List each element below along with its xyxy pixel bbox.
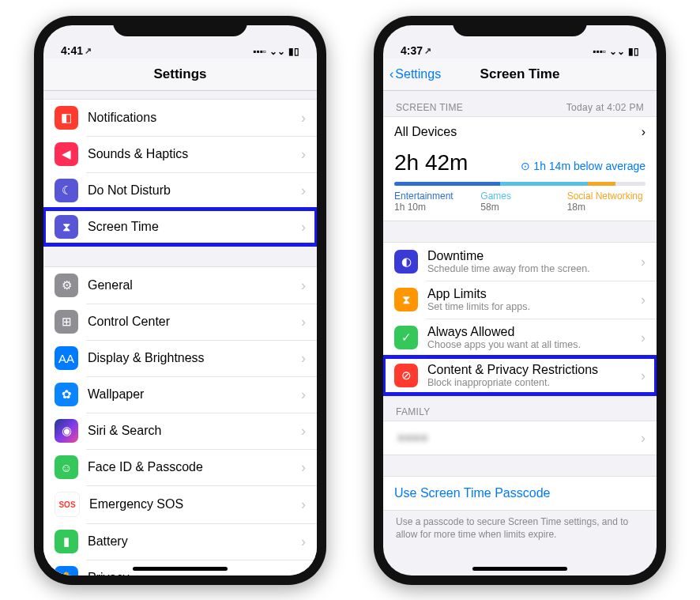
chevron-right-icon: › (301, 496, 306, 513)
row-labels: Siri & Search (88, 424, 296, 438)
settings-row[interactable]: ☺︎Face ID & Passcode› (43, 449, 317, 485)
battery-icon: ▮▯ (288, 46, 299, 57)
row-labels: Face ID & Passcode (88, 460, 296, 474)
summary-device-row[interactable]: All Devices › (383, 117, 657, 147)
settings-row[interactable]: ◧Notifications› (43, 100, 317, 136)
settings-row[interactable]: ⧗App LimitsSet time limits for apps.› (383, 281, 657, 319)
nav-back-button[interactable]: ‹ Settings (390, 58, 441, 90)
settings-content[interactable]: ◧Notifications›◀︎Sounds & Haptics›☾Do No… (43, 91, 317, 575)
location-arrow-icon: ↗ (424, 46, 431, 56)
chevron-right-icon: › (301, 459, 306, 476)
settings-row[interactable]: ✓Always AllowedChoose apps you want at a… (383, 319, 657, 357)
row-labels: Display & Brightness (88, 351, 296, 365)
chevron-right-icon: › (641, 292, 645, 308)
passcode-footer-note: Use a passcode to secure Screen Time set… (383, 511, 657, 541)
settings-row[interactable]: ◉Siri & Search› (43, 413, 317, 449)
settings-row[interactable]: ⊘Content & Privacy RestrictionsBlock ina… (383, 357, 657, 394)
family-member-row[interactable]: ■■■■ › (383, 421, 657, 455)
usage-category-name: Entertainment (394, 191, 472, 202)
row-label: Do Not Disturb (88, 183, 296, 198)
usage-category: Social Networking18m (567, 191, 645, 213)
chevron-right-icon: › (641, 330, 645, 346)
usage-category: Games58m (480, 191, 559, 213)
sos-icon: SOS (55, 492, 80, 517)
settings-row[interactable]: AADisplay & Brightness› (43, 340, 317, 376)
battery-icon: ▮▯ (628, 46, 639, 57)
settings-row[interactable]: SOSEmergency SOS› (43, 485, 317, 523)
row-labels: Screen Time (88, 220, 296, 234)
home-indicator[interactable] (133, 567, 228, 571)
family-group: ■■■■ › (383, 421, 657, 455)
settings-row[interactable]: ⚙︎General› (43, 267, 317, 304)
usage-bar (394, 182, 645, 186)
settings-group-1: ◧Notifications›◀︎Sounds & Haptics›☾Do No… (43, 99, 317, 246)
family-header: Family (383, 395, 657, 421)
downtime-icon: ◐ (394, 250, 418, 274)
wifi-icon: ⌄⌄ (609, 46, 625, 57)
nav-back-label: Settings (395, 67, 441, 81)
row-label: Battery (88, 534, 296, 549)
sounds-icon: ◀︎ (55, 142, 78, 166)
always-allowed-icon: ✓ (394, 326, 418, 349)
row-labels: Battery (88, 534, 296, 549)
usage-bar-seg-social (588, 182, 615, 186)
use-passcode-row[interactable]: Use Screen Time Passcode (383, 477, 657, 510)
usage-category-time: 58m (480, 202, 559, 213)
screentime-content[interactable]: Screen Time Today at 4:02 PM All Devices… (383, 91, 657, 575)
hourglass-icon: ⧗ (55, 215, 78, 239)
notch (453, 16, 587, 36)
usage-bar-seg-games (500, 182, 588, 186)
settings-row[interactable]: ✿Wallpaper› (43, 376, 317, 413)
usage-bar-seg-entertainment (394, 182, 500, 186)
app-limits-icon: ⧗ (394, 288, 418, 311)
chevron-right-icon: › (301, 183, 306, 199)
row-labels: General (88, 278, 296, 292)
settings-row[interactable]: ▮Battery› (43, 523, 317, 560)
battery-icon: ▮ (55, 530, 78, 553)
screentime-features-group: ◐DowntimeSchedule time away from the scr… (383, 242, 657, 395)
row-label: Always Allowed (427, 325, 636, 339)
settings-row[interactable]: ◀︎Sounds & Haptics› (43, 136, 317, 172)
row-label: Sounds & Haptics (88, 147, 296, 161)
row-label: Screen Time (88, 220, 296, 234)
nav-bar: ‹ Settings Screen Time (383, 58, 657, 91)
nav-title: Screen Time (480, 66, 560, 82)
status-time: 4:37 (401, 44, 423, 57)
chevron-right-icon: › (301, 387, 306, 403)
settings-row[interactable]: ☾Do Not Disturb› (43, 172, 317, 209)
chevron-right-icon: › (301, 534, 306, 550)
row-labels: Always AllowedChoose apps you want at al… (427, 325, 636, 350)
location-arrow-icon: ↗ (85, 46, 92, 56)
usage-category-time: 18m (567, 202, 645, 213)
usage-category-name: Social Networking (567, 191, 645, 202)
settings-row[interactable]: ⧗Screen Time› (43, 209, 317, 245)
family-header-label: Family (396, 406, 431, 417)
chevron-right-icon: › (301, 146, 306, 163)
settings-row[interactable]: ◐DowntimeSchedule time away from the scr… (383, 243, 657, 281)
row-label: Face ID & Passcode (88, 460, 296, 474)
row-label: Notifications (88, 111, 296, 125)
row-labels: App LimitsSet time limits for apps. (427, 287, 636, 312)
usage-summary-card[interactable]: All Devices › 2h 42m ⊙ 1h 14m below aver… (383, 116, 657, 221)
row-label: Content & Privacy Restrictions (427, 363, 636, 377)
chevron-right-icon: › (301, 314, 306, 330)
bell-icon: ◧ (55, 106, 78, 130)
control-center-icon: ⊞ (55, 310, 78, 334)
row-labels: DowntimeSchedule time away from the scre… (427, 249, 636, 274)
usage-category-time: 1h 10m (394, 202, 472, 213)
phone-right: 4:37 ↗ ▪▪▪▫ ⌄⌄ ▮▯ ‹ Settings Screen Time… (374, 16, 666, 585)
row-subtitle: Choose apps you want at all times. (427, 339, 636, 350)
signal-icon: ▪▪▪▫ (593, 46, 606, 57)
chevron-left-icon: ‹ (390, 67, 393, 81)
chevron-right-icon: › (301, 350, 306, 367)
home-indicator[interactable] (472, 567, 567, 571)
settings-row[interactable]: ⊞Control Center› (43, 304, 317, 340)
chevron-right-icon: › (641, 430, 645, 447)
notch (113, 16, 247, 36)
wifi-icon: ⌄⌄ (269, 46, 285, 57)
row-label: Display & Brightness (88, 351, 296, 365)
screen-right: 4:37 ↗ ▪▪▪▫ ⌄⌄ ▮▯ ‹ Settings Screen Time… (383, 25, 657, 575)
summary-total-time: 2h 42m (394, 150, 468, 175)
row-subtitle: Schedule time away from the screen. (427, 263, 636, 274)
chevron-right-icon: › (642, 125, 645, 139)
